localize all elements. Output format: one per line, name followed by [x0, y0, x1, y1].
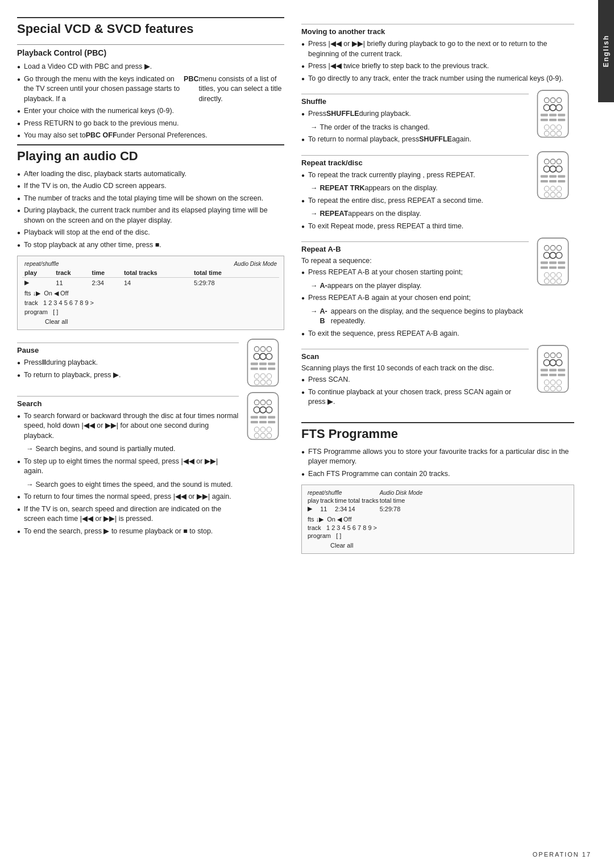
list-item: Press II during playback. — [17, 358, 239, 368]
audio-cd-list: After loading the disc, playback starts … — [17, 169, 284, 251]
svg-rect-49 — [549, 119, 557, 121]
search-content: Search To search forward or backward thr… — [17, 389, 239, 540]
scan-list: Press SCAN. To continue playback at your… — [301, 375, 529, 407]
svg-point-59 — [550, 159, 555, 164]
svg-point-81 — [550, 252, 556, 258]
svg-point-42 — [544, 105, 550, 111]
playing-audio-title: Playing an audio CD — [17, 144, 284, 164]
pause-remote-icon — [244, 338, 284, 389]
language-label: English — [602, 35, 610, 67]
fts-title: FTS Programme — [301, 422, 574, 441]
svg-rect-9 — [268, 362, 275, 365]
svg-rect-46 — [549, 114, 557, 116]
list-item: Playback will stop at the end of the dis… — [17, 228, 284, 238]
svg-rect-86 — [541, 266, 548, 269]
svg-point-72 — [557, 186, 562, 191]
svg-rect-10 — [251, 368, 258, 370]
search-arrow-2: Search goes to eight times the speed, an… — [17, 480, 239, 490]
special-vcd-title: Special VCD & SVCD features — [17, 17, 284, 36]
svg-point-82 — [556, 252, 562, 258]
svg-rect-102 — [541, 369, 548, 371]
svg-point-108 — [544, 380, 549, 385]
svg-rect-50 — [558, 119, 565, 121]
svg-point-73 — [544, 192, 549, 197]
svg-point-98 — [557, 353, 562, 358]
svg-rect-47 — [558, 114, 565, 116]
svg-point-5 — [260, 353, 266, 360]
shuffle-list-2: To return to normal playback, press SHUF… — [301, 135, 529, 145]
svg-point-22 — [267, 400, 272, 405]
svg-rect-104 — [558, 369, 565, 371]
repeat-track-content: Repeat track/disc To repeat the track cu… — [301, 148, 529, 235]
audio-cd-screen: repeat/shuffle Audio Disk Mode playtrack… — [17, 256, 284, 330]
svg-point-93 — [550, 279, 555, 284]
svg-point-17 — [260, 380, 265, 385]
svg-point-34 — [267, 427, 272, 432]
list-item: Go through the menu with the keys indica… — [17, 74, 284, 105]
svg-point-78 — [550, 245, 555, 251]
svg-point-43 — [550, 105, 556, 111]
svg-rect-26 — [251, 416, 258, 418]
repeat-track-list: To repeat the track currently playing , … — [301, 170, 529, 181]
search-remote-icon — [244, 391, 284, 443]
svg-rect-7 — [251, 362, 258, 365]
svg-rect-12 — [268, 368, 275, 370]
svg-rect-31 — [268, 421, 275, 423]
repeat-track-list-3: To exit Repeat mode, press REPEAT a thir… — [301, 222, 529, 232]
svg-point-101 — [556, 360, 562, 366]
svg-rect-83 — [541, 261, 548, 264]
svg-point-63 — [556, 166, 562, 172]
fts-screen: repeat/shuffle Audio Disk Mode playtrack… — [301, 485, 574, 554]
list-item: Press RETURN to go back to the previous … — [17, 119, 284, 129]
repeat-ab-section: Repeat A-B To repeat a sequence: Press R… — [301, 235, 574, 342]
svg-point-39 — [544, 98, 549, 103]
svg-point-113 — [557, 386, 562, 391]
shuffle-arrow-1: The order of the tracks is changed. — [301, 123, 529, 133]
svg-point-55 — [550, 131, 555, 136]
fts-list: FTS Programme allows you to store your f… — [301, 447, 574, 479]
pause-section: Pause Press II during playback. To retur… — [17, 336, 284, 389]
list-item: To continue playback at your chosen trac… — [301, 387, 529, 407]
shuffle-list: Press SHUFFLE during playback. — [301, 109, 529, 119]
svg-point-77 — [544, 245, 549, 251]
moving-track-heading: Moving to another track — [301, 24, 574, 36]
list-item: To step up to eight times the normal spe… — [17, 457, 239, 477]
list-item: You may also set to PBC OFF under Person… — [17, 131, 284, 141]
pause-content: Pause Press II during playback. To retur… — [17, 336, 239, 383]
svg-point-62 — [550, 166, 556, 172]
svg-point-40 — [550, 98, 555, 103]
repeat-arrow-1: REPEAT TRK appears on the display. — [301, 183, 529, 194]
list-item: To exit the sequence, press REPEAT A-B a… — [301, 329, 529, 339]
svg-rect-65 — [549, 175, 557, 177]
svg-point-20 — [254, 400, 259, 405]
repeat-ab-heading: Repeat A-B — [301, 241, 529, 253]
svg-point-25 — [266, 407, 272, 413]
repeat-track-heading: Repeat track/disc — [301, 155, 529, 167]
list-item: To go directly to any track, enter the t… — [301, 74, 574, 84]
list-item: To end the search, press ▶ to resume pla… — [17, 527, 239, 537]
svg-rect-67 — [541, 180, 548, 182]
svg-point-16 — [254, 380, 259, 385]
svg-point-56 — [557, 131, 562, 136]
repeat-ab-remote-icon — [534, 237, 574, 288]
list-item: Press |◀◀ twice briefly to step back to … — [301, 61, 574, 72]
left-column: Special VCD & SVCD features Playback Con… — [17, 17, 296, 560]
list-item: Press REPEAT A-B again at your chosen en… — [301, 293, 529, 303]
svg-rect-69 — [558, 180, 565, 182]
svg-rect-85 — [558, 261, 565, 264]
svg-rect-30 — [259, 421, 267, 423]
svg-rect-66 — [558, 175, 565, 177]
list-item: Press |◀◀ or ▶▶| briefly during playback… — [301, 39, 574, 59]
scan-content: Scan Scanning plays the first 10 seconds… — [301, 342, 529, 411]
svg-point-54 — [544, 131, 549, 136]
shuffle-section: Shuffle Press SHUFFLE during playback. T… — [301, 87, 574, 148]
list-item: If the TV is on, the Audio CD screen app… — [17, 181, 284, 191]
svg-point-13 — [254, 374, 259, 379]
svg-point-4 — [254, 353, 260, 360]
list-item: The number of tracks and the total playi… — [17, 194, 284, 204]
language-tab: English — [598, 0, 614, 102]
search-list-3: To return to four times the normal speed… — [17, 492, 239, 536]
list-item: To search forward or backward through th… — [17, 411, 239, 441]
svg-point-14 — [260, 374, 265, 379]
svg-rect-45 — [541, 114, 548, 116]
